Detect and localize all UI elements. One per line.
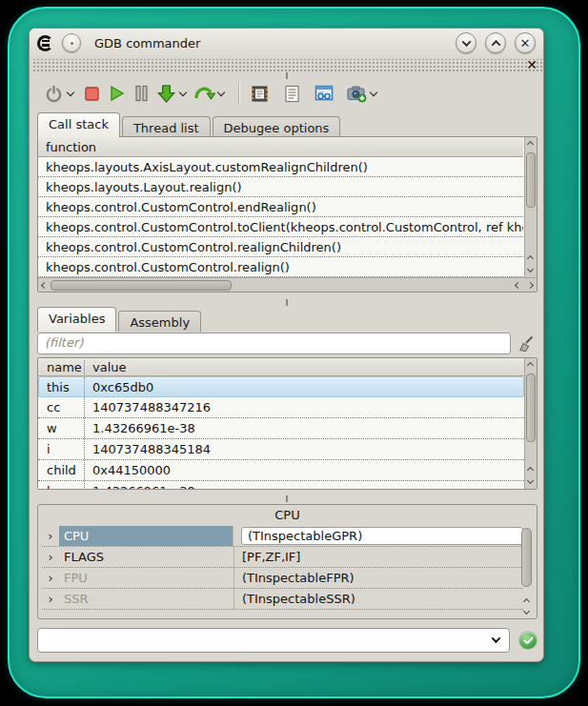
- window-title: GDB commander: [94, 36, 447, 50]
- cpu-view-button[interactable]: [248, 81, 271, 106]
- output-log-button[interactable]: [280, 81, 303, 106]
- cpu-group-title: CPU: [38, 505, 537, 522]
- scroll-up-icon[interactable]: [527, 467, 534, 474]
- snapshot-add-button[interactable]: [345, 81, 368, 106]
- scroll-up-icon[interactable]: [527, 255, 534, 262]
- clear-filter-button[interactable]: [515, 333, 537, 354]
- power-dropdown-icon[interactable]: [67, 89, 74, 96]
- var-value: 140737488347216: [85, 400, 211, 414]
- minimize-button[interactable]: [456, 32, 476, 53]
- variable-row[interactable]: w 1.43266961e-38: [38, 418, 524, 439]
- close-button[interactable]: ✕: [515, 32, 536, 53]
- tab-call-stack[interactable]: Call stack: [37, 112, 120, 137]
- step-into-dropdown-icon[interactable]: [179, 89, 187, 96]
- register-group-value: (TInspectableFPR): [234, 571, 523, 585]
- scroll-down-icon[interactable]: [523, 608, 530, 615]
- power-icon: [45, 85, 63, 103]
- step-into-button[interactable]: [154, 81, 177, 106]
- scroll-thumb[interactable]: [51, 280, 232, 291]
- stop-button[interactable]: [80, 81, 103, 106]
- tab-thread-list[interactable]: Thread list: [122, 116, 211, 137]
- check-icon: [523, 636, 534, 645]
- expand-icon[interactable]: ›: [42, 592, 59, 606]
- var-name: w: [38, 418, 85, 438]
- cpu-vscrollbar[interactable]: [520, 526, 533, 615]
- register-group-name[interactable]: CPU: [59, 526, 233, 546]
- variables-vscrollbar[interactable]: [524, 358, 537, 489]
- cpu-row-flags[interactable]: › FLAGS [PF,ZF,IF]: [42, 547, 523, 568]
- variable-row[interactable]: cc 140737488347216: [38, 397, 524, 418]
- run-button[interactable]: [105, 81, 128, 106]
- panel-splitter-handle[interactable]: [286, 495, 288, 502]
- pause-icon: [134, 85, 149, 102]
- register-group-name[interactable]: FPU: [59, 568, 234, 588]
- variables-panel: name value this 0xc65db0 cc 140737488347…: [37, 357, 537, 490]
- callstack-row[interactable]: kheops.control.CustomControl.endRealign(…: [38, 197, 523, 217]
- panel-splitter-handle[interactable]: [286, 299, 288, 306]
- variables-filter-input[interactable]: (filter): [37, 333, 511, 354]
- scroll-left-icon[interactable]: [41, 281, 48, 288]
- tab-assembly[interactable]: Assembly: [118, 311, 201, 332]
- tab-debugee-options[interactable]: Debugee options: [213, 116, 341, 137]
- step-over-dropdown-icon[interactable]: [217, 89, 225, 96]
- command-combobox[interactable]: [37, 628, 510, 653]
- camera-add-icon: [347, 85, 367, 103]
- play-icon: [109, 85, 125, 102]
- chevron-down-icon[interactable]: [492, 634, 501, 643]
- scroll-thumb[interactable]: [526, 152, 536, 208]
- scroll-right-icon[interactable]: [527, 281, 534, 288]
- register-group-name[interactable]: FLAGS: [59, 547, 234, 567]
- callstack-column-header[interactable]: function: [38, 137, 523, 157]
- snapshot-dropdown-icon[interactable]: [370, 89, 377, 96]
- callstack-vscrollbar[interactable]: [524, 137, 537, 277]
- variable-row[interactable]: child 0x44150000: [38, 460, 524, 481]
- var-name: cc: [38, 397, 85, 417]
- scroll-thumb[interactable]: [521, 528, 532, 587]
- callstack-hscrollbar[interactable]: [38, 277, 537, 292]
- cpu-row-ssr[interactable]: › SSR (TInspectableSSR): [42, 589, 523, 610]
- power-button[interactable]: [42, 81, 65, 106]
- variable-row[interactable]: i 140737488345184: [38, 439, 524, 460]
- titlebar[interactable]: GDB commander ✕: [30, 29, 543, 57]
- expand-icon[interactable]: ›: [42, 529, 59, 543]
- callstack-row[interactable]: kheops.layouts.Layout.realign(): [38, 177, 523, 197]
- expand-icon[interactable]: ›: [42, 550, 59, 564]
- callstack-row[interactable]: kheops.control.CustomControl.toClient(kh…: [38, 217, 523, 237]
- tab-variables[interactable]: Variables: [37, 307, 116, 332]
- chevron-up-icon: [491, 39, 500, 49]
- broom-icon: [517, 335, 535, 353]
- dock-close-icon[interactable]: ✕: [526, 57, 537, 72]
- column-name[interactable]: name: [38, 360, 85, 374]
- scroll-up-icon[interactable]: [523, 598, 530, 605]
- column-value[interactable]: value: [85, 360, 127, 374]
- cpu-row-cpu[interactable]: › CPU (TInspectableGPR): [42, 526, 523, 547]
- variable-row-this[interactable]: this 0xc65db0: [38, 376, 524, 397]
- scroll-up-icon[interactable]: [527, 362, 534, 369]
- variable-row[interactable]: h 1.43266961e-38: [38, 481, 524, 490]
- app-logo-icon: [37, 35, 53, 51]
- watches-icon: [314, 85, 334, 102]
- scroll-down-icon[interactable]: [527, 477, 534, 484]
- callstack-row[interactable]: kheops.control.CustomControl.realign(): [38, 257, 523, 277]
- cpu-row-fpu[interactable]: › FPU (TInspectableFPR): [42, 568, 523, 589]
- register-group-name[interactable]: SSR: [59, 589, 234, 609]
- watches-window-button[interactable]: [313, 81, 335, 106]
- scroll-up-icon[interactable]: [527, 141, 534, 148]
- scroll-thumb[interactable]: [526, 373, 536, 442]
- var-name: i: [38, 439, 85, 459]
- dock-handle-strip[interactable]: ✕: [31, 59, 543, 71]
- scroll-down-icon[interactable]: [527, 266, 534, 272]
- register-value-field[interactable]: (TInspectableGPR): [241, 527, 523, 545]
- pause-button[interactable]: [130, 81, 152, 106]
- confirm-button[interactable]: [518, 631, 537, 650]
- register-group-value: (TInspectableSSR): [234, 592, 523, 606]
- maximize-button[interactable]: [485, 32, 506, 53]
- gdb-commander-window: GDB commander ✕ ✕: [29, 28, 544, 662]
- step-over-button[interactable]: [193, 81, 215, 106]
- scroll-left-icon[interactable]: [515, 281, 521, 288]
- expand-icon[interactable]: ›: [42, 571, 59, 585]
- callstack-row[interactable]: kheops.control.CustomControl.realignChil…: [38, 237, 523, 257]
- close-icon: ✕: [520, 37, 531, 50]
- callstack-row[interactable]: kheops.layouts.AxisLayout.customRealignC…: [38, 157, 523, 177]
- window-menu-button[interactable]: [62, 33, 81, 52]
